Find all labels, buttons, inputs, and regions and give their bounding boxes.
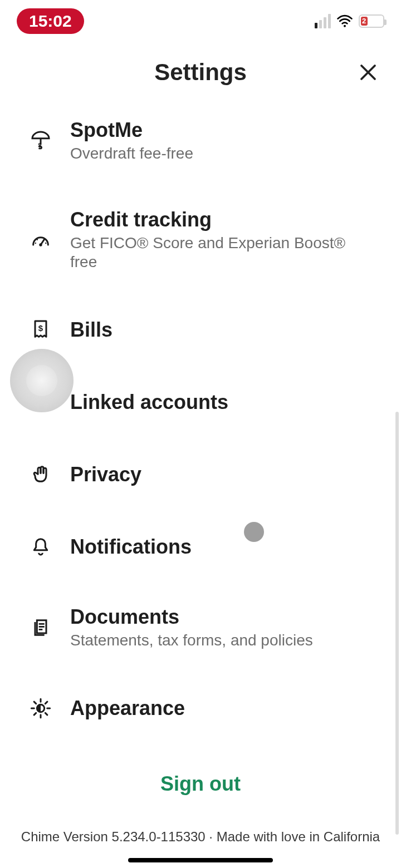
item-subtitle: Get FICO® Score and Experian Boost® free xyxy=(70,234,362,271)
item-text: Bills xyxy=(70,318,362,342)
chevron-right-icon xyxy=(362,231,379,248)
chevron-right-icon xyxy=(362,619,379,636)
bank-icon xyxy=(27,388,55,416)
item-text: Notifications xyxy=(70,535,362,559)
settings-item-credit[interactable]: Credit tracking Get FICO® Score and Expe… xyxy=(0,185,401,293)
home-indicator xyxy=(128,858,273,862)
item-text: Documents Statements, tax forms, and pol… xyxy=(70,605,362,650)
item-title: SpotMe xyxy=(70,118,362,142)
chevron-right-icon xyxy=(362,466,379,482)
hand-icon xyxy=(27,460,55,488)
item-text: Credit tracking Get FICO® Score and Expe… xyxy=(70,208,362,271)
chevron-right-icon xyxy=(362,132,379,149)
battery-icon: 2 xyxy=(359,14,384,28)
settings-item-bills[interactable]: Bills xyxy=(0,293,401,366)
item-title: Documents xyxy=(70,605,362,629)
settings-list: SpotMe Overdraft fee-free Credit trackin… xyxy=(0,96,401,868)
settings-item-documents[interactable]: Documents Statements, tax forms, and pol… xyxy=(0,583,401,672)
touch-indicator-dot xyxy=(244,522,264,542)
brightness-icon xyxy=(27,694,55,722)
sign-out-row: Sign out xyxy=(0,744,401,818)
receipt-dollar-icon xyxy=(27,315,55,343)
page-title: Settings xyxy=(154,59,247,86)
document-icon xyxy=(27,614,55,642)
item-subtitle: Overdraft fee-free xyxy=(70,144,362,163)
item-title: Bills xyxy=(70,318,362,342)
item-text: Privacy xyxy=(70,462,362,486)
chevron-right-icon xyxy=(362,393,379,410)
status-bar: 15:02 2 xyxy=(0,0,401,42)
gauge-icon xyxy=(27,225,55,253)
item-title: Linked accounts xyxy=(70,390,362,414)
svg-point-0 xyxy=(344,24,346,27)
close-button[interactable] xyxy=(355,59,382,86)
item-text: SpotMe Overdraft fee-free xyxy=(70,118,362,163)
item-title: Privacy xyxy=(70,462,362,486)
bell-icon xyxy=(27,532,55,560)
chevron-right-icon xyxy=(362,538,379,555)
item-text: Linked accounts xyxy=(70,390,362,414)
cell-signal-icon xyxy=(315,14,331,28)
settings-item-spotme[interactable]: SpotMe Overdraft fee-free xyxy=(0,96,401,185)
item-text: Appearance xyxy=(70,696,362,720)
item-title: Notifications xyxy=(70,535,362,559)
status-time: 15:02 xyxy=(17,8,84,34)
scroll-indicator xyxy=(395,412,399,835)
settings-item-appearance[interactable]: Appearance xyxy=(0,672,401,744)
settings-item-notifications[interactable]: Notifications xyxy=(0,510,401,583)
chevron-right-icon xyxy=(362,700,379,717)
settings-item-linked[interactable]: Linked accounts xyxy=(0,366,401,438)
battery-text: 2 xyxy=(362,17,366,24)
close-icon xyxy=(358,62,378,82)
wifi-icon xyxy=(336,13,353,29)
item-subtitle: Statements, tax forms, and policies xyxy=(70,631,362,650)
sign-out-button[interactable]: Sign out xyxy=(160,772,241,795)
umbrella-dollar-icon xyxy=(27,126,55,154)
item-title: Credit tracking xyxy=(70,208,362,231)
settings-item-privacy[interactable]: Privacy xyxy=(0,438,401,510)
item-title: Appearance xyxy=(70,696,362,720)
chevron-right-icon xyxy=(362,321,379,338)
status-indicators: 2 xyxy=(315,13,384,29)
page-header: Settings xyxy=(0,50,401,95)
settings-screen: 15:02 2 Settings SpotMe xyxy=(0,0,401,868)
